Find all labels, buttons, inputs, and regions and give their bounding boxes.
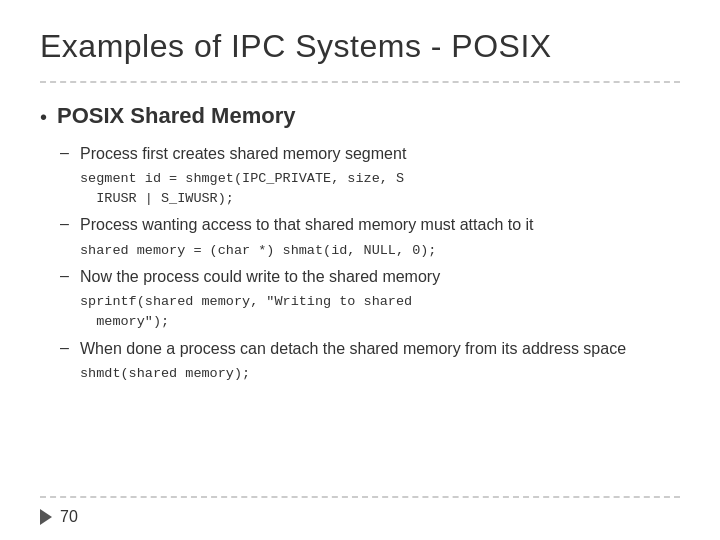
- sub-text-4: When done a process can detach the share…: [80, 337, 626, 360]
- dash-icon: –: [60, 215, 72, 233]
- slide-title: Examples of IPC Systems - POSIX: [40, 28, 680, 65]
- slide-footer: 70: [0, 498, 720, 540]
- dash-icon: –: [60, 267, 72, 285]
- list-item: – Process first creates shared memory se…: [60, 142, 680, 165]
- dash-icon: –: [60, 339, 72, 357]
- sub-items: – Process first creates shared memory se…: [60, 142, 680, 384]
- code-block-3: sprintf(shared memory, "Writing to share…: [80, 292, 680, 333]
- main-bullet-text: POSIX Shared Memory: [57, 101, 295, 132]
- sub-text-2: Process wanting access to that shared me…: [80, 213, 534, 236]
- main-bullet: • POSIX Shared Memory: [40, 101, 680, 132]
- list-item: – Process wanting access to that shared …: [60, 213, 680, 236]
- code-block-1: segment id = shmget(IPC_PRIVATE, size, S…: [80, 169, 680, 210]
- footer-arrow-icon: [40, 509, 52, 525]
- slide-header: Examples of IPC Systems - POSIX: [0, 0, 720, 81]
- list-item: – When done a process can detach the sha…: [60, 337, 680, 360]
- slide: Examples of IPC Systems - POSIX • POSIX …: [0, 0, 720, 540]
- sub-text-1: Process first creates shared memory segm…: [80, 142, 406, 165]
- dash-icon: –: [60, 144, 72, 162]
- code-block-2: shared memory = (char *) shmat(id, NULL,…: [80, 241, 680, 261]
- bullet-dot: •: [40, 103, 47, 131]
- sub-text-3: Now the process could write to the share…: [80, 265, 440, 288]
- list-item: – Now the process could write to the sha…: [60, 265, 680, 288]
- slide-content: • POSIX Shared Memory – Process first cr…: [0, 83, 720, 496]
- page-number: 70: [60, 508, 78, 526]
- code-block-4: shmdt(shared memory);: [80, 364, 680, 384]
